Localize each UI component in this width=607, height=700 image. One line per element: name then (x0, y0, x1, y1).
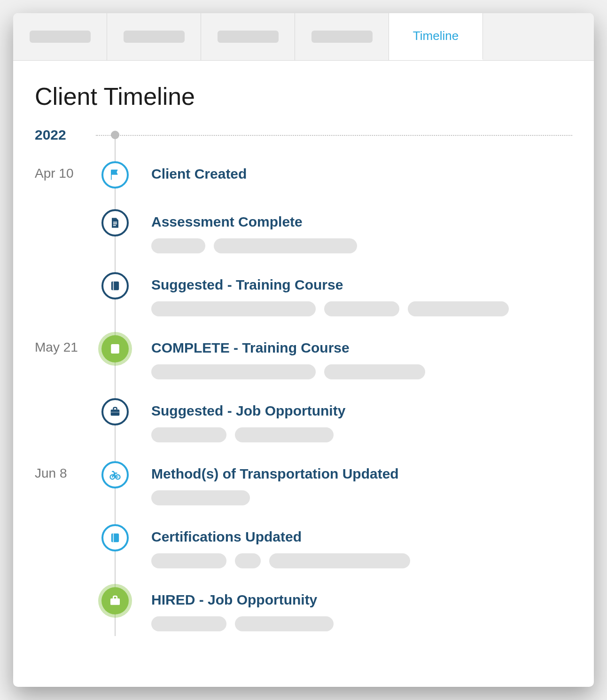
entry-pill-row (151, 364, 572, 379)
document-icon (101, 209, 129, 236)
timeline-entry: Jun 8Method(s) of Transportation Updated (35, 461, 572, 524)
entry-icon-wrap (96, 161, 134, 189)
tab-placeholder-bar (30, 31, 91, 43)
entry-pill-row (151, 490, 572, 505)
entry-body: Suggested - Job Opportunity (134, 398, 572, 442)
entry-icon-wrap (96, 587, 134, 614)
tab-placeholder[interactable] (13, 13, 107, 60)
book-icon (101, 272, 129, 299)
placeholder-pill (408, 301, 509, 316)
entry-body: COMPLETE - Training Course (134, 335, 572, 379)
year-divider: 2022 (35, 129, 572, 141)
tab-label: Timeline (413, 29, 459, 43)
entry-title: Suggested - Job Opportunity (151, 398, 572, 419)
entry-icon-wrap (96, 335, 134, 362)
entry-date (35, 272, 96, 277)
card-panel: Timeline Client Timeline 2022 Apr 10Clie… (13, 13, 594, 687)
briefcase-icon (101, 587, 129, 614)
entry-date: May 21 (35, 335, 96, 355)
entry-icon-wrap (96, 461, 134, 488)
year-label: 2022 (35, 127, 96, 143)
entry-icon-wrap (96, 272, 134, 299)
content-area: Client Timeline 2022 Apr 10Client Create… (13, 61, 594, 687)
placeholder-pill (269, 553, 410, 568)
entry-title: Suggested - Training Course (151, 272, 572, 293)
placeholder-pill (151, 490, 250, 505)
tab-bar: Timeline (13, 13, 594, 61)
entry-title: Certifications Updated (151, 524, 572, 545)
book-icon (101, 524, 129, 551)
page-title: Client Timeline (35, 82, 572, 110)
entry-date: Apr 10 (35, 161, 96, 181)
entry-pill-row (151, 238, 572, 253)
entry-title: COMPLETE - Training Course (151, 335, 572, 356)
tab-placeholder-bar (124, 31, 185, 43)
year-dot (111, 131, 119, 139)
placeholder-pill (151, 364, 316, 379)
year-dashes-left (96, 135, 113, 136)
entry-pill-row (151, 616, 572, 631)
entry-body: Suggested - Training Course (134, 272, 572, 316)
book-icon (101, 335, 129, 362)
timeline-entry: Apr 10Client Created (35, 161, 572, 209)
entry-icon-wrap (96, 524, 134, 551)
tab-placeholder[interactable] (107, 13, 201, 60)
entry-date (35, 524, 96, 529)
timeline-entry: May 21COMPLETE - Training Course (35, 335, 572, 398)
placeholder-pill (235, 553, 261, 568)
entry-body: HIRED - Job Opportunity (134, 587, 572, 631)
entry-date (35, 587, 96, 592)
entry-body: Certifications Updated (134, 524, 572, 568)
entry-pill-row (151, 553, 572, 568)
timeline-entry: Suggested - Job Opportunity (35, 398, 572, 461)
entry-date (35, 209, 96, 214)
timeline-entry: Certifications Updated (35, 524, 572, 587)
entry-title: Client Created (151, 161, 572, 182)
entry-pill-row (151, 427, 572, 442)
timeline-entry: HIRED - Job Opportunity (35, 587, 572, 650)
entry-date (35, 398, 96, 403)
timeline-list: Apr 10Client CreatedAssessment CompleteS… (35, 161, 572, 650)
entry-title: Method(s) of Transportation Updated (151, 461, 572, 482)
bicycle-icon (101, 461, 129, 488)
entry-icon-wrap (96, 209, 134, 236)
placeholder-pill (235, 616, 334, 631)
placeholder-pill (151, 553, 226, 568)
entry-date: Jun 8 (35, 461, 96, 481)
entry-title: HIRED - Job Opportunity (151, 587, 572, 608)
entry-title: Assessment Complete (151, 209, 572, 230)
tab-placeholder[interactable] (201, 13, 295, 60)
tab-placeholder-bar (218, 31, 279, 43)
entry-body: Method(s) of Transportation Updated (134, 461, 572, 505)
tab-placeholder[interactable] (295, 13, 389, 60)
placeholder-pill (151, 427, 226, 442)
briefcase-icon (101, 398, 129, 425)
entry-body: Client Created (134, 161, 572, 190)
flag-icon (101, 161, 129, 189)
placeholder-pill (324, 301, 399, 316)
timeline-entry: Assessment Complete (35, 209, 572, 272)
tab-placeholder-bar (311, 31, 373, 43)
entry-icon-wrap (96, 398, 134, 425)
entry-pill-row (151, 301, 572, 316)
placeholder-pill (214, 238, 357, 253)
entry-body: Assessment Complete (134, 209, 572, 253)
tab-timeline[interactable]: Timeline (389, 13, 483, 60)
placeholder-pill (324, 364, 425, 379)
placeholder-pill (151, 238, 205, 253)
placeholder-pill (235, 427, 334, 442)
placeholder-pill (151, 616, 226, 631)
timeline-entry: Suggested - Training Course (35, 272, 572, 335)
year-dashes (118, 135, 572, 136)
placeholder-pill (151, 301, 316, 316)
